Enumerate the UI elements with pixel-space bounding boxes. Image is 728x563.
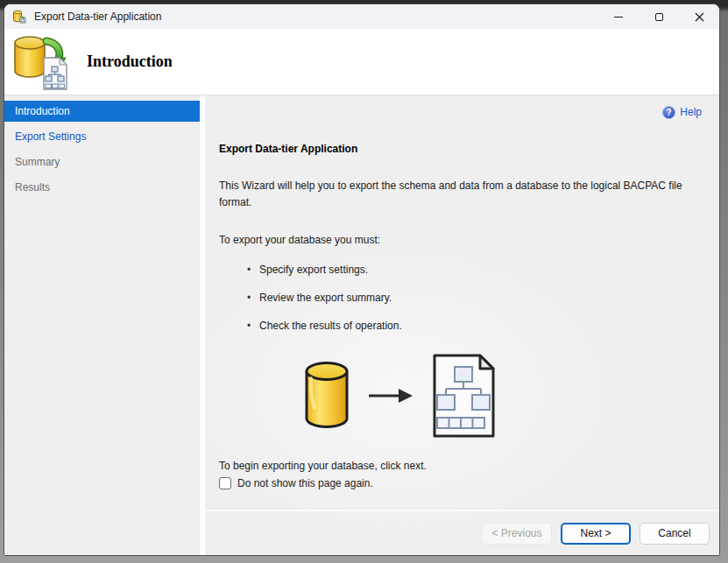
list-item: Check the results of operation. [219,320,698,332]
cancel-button[interactable]: Cancel [640,523,710,545]
database-export-icon [12,10,28,24]
wizard-body: Introduction Export Settings Summary Res… [4,95,719,555]
list-intro: To export your database you must: [219,234,698,246]
page-title: Introduction [87,53,173,71]
arrow-right-icon [368,386,413,405]
svg-text:?: ? [667,108,672,117]
window-title: Export Data-tier Application [34,11,161,23]
list-item: Specify export settings. [219,264,698,276]
do-not-show-checkbox[interactable] [219,477,231,489]
export-illustration [303,353,698,439]
window-controls [598,4,719,29]
content-heading: Export Data-tier Application [219,143,698,155]
content-pane: ? Help Export Data-tier Application This… [205,95,719,555]
minimize-icon [614,17,623,18]
bacpac-document-icon [431,353,496,439]
sidebar-item-results: Results [4,177,200,198]
wizard-window: Export Data-tier Application [4,4,720,556]
checkbox-row: Do not show this page again. [219,477,698,489]
help-question-icon: ? [662,106,675,119]
maximize-icon [655,13,663,21]
wizard-header: Introduction [4,29,719,95]
step-sidebar: Introduction Export Settings Summary Res… [4,95,200,555]
database-cylinder-icon [303,361,350,431]
close-button[interactable] [679,4,719,29]
footer-button-bar: < Previous Next > Cancel [205,510,719,555]
help-label: Help [680,106,702,118]
do-not-show-label[interactable]: Do not show this page again. [237,477,373,489]
requirements-list: Specify export settings. Review the expo… [219,264,698,332]
previous-button: < Previous [482,523,552,545]
database-export-large-icon [11,34,69,90]
help-row: ? Help [205,95,719,122]
intro-text: This Wizard will help you to export the … [219,178,698,211]
maximize-button[interactable] [639,4,679,29]
sidebar-item-export-settings[interactable]: Export Settings [4,126,200,147]
titlebar: Export Data-tier Application [4,4,719,29]
close-icon [695,12,704,22]
next-button[interactable]: Next > [561,523,631,545]
content-inner: Export Data-tier Application This Wizard… [205,122,719,510]
closing-text: To begin exporting your database, click … [219,460,698,472]
sidebar-item-introduction[interactable]: Introduction [4,101,200,122]
help-link[interactable]: ? Help [662,106,702,119]
sidebar-item-summary: Summary [4,151,200,172]
list-item: Review the export summary. [219,292,698,304]
minimize-button[interactable] [598,4,639,29]
